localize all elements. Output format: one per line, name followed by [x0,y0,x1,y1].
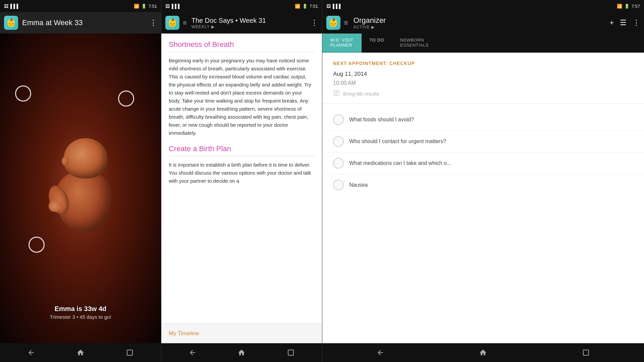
checklist-item-4[interactable]: Nausea [322,174,644,196]
timeline-link[interactable]: My Timeline [169,330,199,337]
article-body-2: It is important to establish a birth pla… [169,161,315,185]
menu-icon-2[interactable]: ≡ [183,19,187,27]
wifi-icon-3: 📶 [617,4,622,9]
fetal-head [64,138,107,178]
app-header-2: 👶 ≡ The Doc Says • Week 31 WEEKLY ▶ ⋮ [161,12,322,34]
app-header-3: 👶 ≡ Organizer ACTIVE ▶ + ☰ ⋮ [322,12,644,34]
fetal-hand [49,200,60,212]
photo-icon: 🖼 [4,4,8,9]
app-logo-1: 👶 [4,16,18,30]
back-button-3[interactable] [372,346,389,359]
time-display-1: 7:51 [149,4,157,9]
checkbox-3[interactable] [333,158,344,169]
appointment-time: 10:00 AM [333,80,633,86]
app-header-1: 👶 Emma at Week 33 ⋮ [0,12,161,34]
nav-bar-3 [322,343,644,362]
organizer-content: NEXT APPOINTMENT: CHECKUP Aug 11, 2014 1… [322,53,644,343]
article-divider-1 [169,52,315,52]
battery-icon-2: 🔋 [302,4,308,9]
weeks-display: Emma is 33w 4d [0,305,161,313]
nav-bar-1 [0,343,161,362]
svg-rect-0 [127,350,132,355]
tab-md-visit-planner[interactable]: M.D. VISITPLANNER [322,34,362,53]
hotspot-3[interactable] [29,237,45,253]
checkbox-4[interactable] [333,180,344,190]
time-display-2: 7:51 [310,4,318,9]
header-title-3: Organizer [354,16,606,25]
panel-organizer: 🖼 ▌▌▌ 📶 🔋 7:57 👶 ≡ Organizer ACTIVE ▶ + … [322,0,644,362]
add-button-3[interactable]: + [609,18,614,27]
back-button-1[interactable] [23,346,40,359]
battery-icon: 🔋 [141,4,147,9]
edit-button-3[interactable]: ☰ [620,18,627,27]
photo-icon-2: 🖼 [165,4,170,9]
checklist-section: What foods should I avoid? Who should I … [322,104,644,201]
timeline-bar[interactable]: My Timeline [161,323,322,343]
panel1-footer: Emma is 33w 4d Trimester 3 • 45 days to … [0,305,161,320]
checklist-item-3[interactable]: What medications can I take and which o.… [322,153,644,174]
back-button-2[interactable] [184,346,201,359]
chevron-icon-2: ▶ [211,24,215,29]
tab-todo[interactable]: TO DO [362,34,392,53]
signal-icon-2: ▌▌▌ [172,4,181,9]
article-title-2: Create a Birth Plan [169,144,315,153]
menu-icon-3[interactable]: ≡ [344,18,348,27]
trimester-display: Trimester 3 • 45 days to go! [0,314,161,320]
appointment-note: Bring lab results [333,89,633,98]
status-bar-2: 🖼 ▌▌▌ 📶 🔋 7:51 [161,0,322,12]
checkbox-1[interactable] [333,114,344,125]
appointment-label: NEXT APPOINTMENT: CHECKUP [333,61,633,66]
recents-button-2[interactable] [282,346,299,359]
more-menu-button-1[interactable]: ⋮ [150,18,157,27]
home-button-2[interactable] [233,346,250,359]
recents-button-3[interactable] [578,346,594,359]
checklist-item-1[interactable]: What foods should I avoid? [322,109,644,131]
header-title-2: The Doc Says • Week 31 [192,17,307,24]
checklist-text-3: What medications can I take and which o.… [349,160,633,166]
article-divider-2 [169,156,315,156]
fetal-image-panel: Emma is 33w 4d Trimester 3 • 45 days to … [0,34,161,343]
header-subtitle-2: WEEKLY ▶ [192,24,307,29]
header-subtitle-3: ACTIVE ▶ [354,25,606,29]
home-button-1[interactable] [72,346,89,359]
panel-doc-says: 🖼 ▌▌▌ 📶 🔋 7:51 👶 ≡ The Doc Says • Week 3… [161,0,322,362]
status-left-3: 🖼 ▌▌▌ [326,4,342,9]
wifi-icon: 📶 [134,4,139,9]
checklist-text-2: Who should I contact for urgent matters? [349,138,633,144]
header-actions-3: + ☰ ⋮ [609,18,640,27]
photo-icon-3: 🖼 [326,4,331,9]
note-icon [333,89,340,98]
signal-bars-icon: ▌▌▌ [10,4,20,9]
status-right-3: 📶 🔋 7:57 [617,4,640,9]
appointment-note-text: Bring lab results [343,91,379,97]
app-title-1: Emma at Week 33 [22,18,146,27]
checklist-text-4: Nausea [349,182,633,188]
hotspot-2[interactable] [118,90,134,107]
appointment-section: NEXT APPOINTMENT: CHECKUP Aug 11, 2014 1… [322,53,644,104]
fetal-illustration [37,125,124,252]
status-left-1: 🖼 ▌▌▌ [4,4,20,9]
chevron-icon-3: ▶ [371,25,375,29]
checklist-item-2[interactable]: Who should I contact for urgent matters? [322,131,644,153]
tab-newborn-essentials[interactable]: NEWBORNESSENTIALS [392,34,437,53]
home-button-3[interactable] [475,346,491,359]
app-logo-2: 👶 [165,16,179,30]
svg-rect-6 [583,350,589,355]
checkbox-2[interactable] [333,136,344,147]
appointment-date: Aug 11, 2014 [333,71,633,77]
more-button-2[interactable]: ⋮ [311,18,318,27]
svg-rect-1 [288,350,293,355]
time-display-3: 7:57 [632,4,640,9]
organizer-tabs: M.D. VISITPLANNER TO DO NEWBORNESSENTIAL… [322,34,644,53]
wifi-icon-2: 📶 [295,4,300,9]
hotspot-1[interactable] [15,85,31,102]
nav-bar-2 [161,343,322,362]
status-left-2: 🖼 ▌▌▌ [165,4,181,9]
recents-button-1[interactable] [121,346,138,359]
status-time-1: 📶 🔋 7:51 [134,4,157,9]
signal-icon-3: ▌▌▌ [333,4,342,9]
app-logo-3: 👶 [326,16,340,30]
more-button-3[interactable]: ⋮ [633,18,640,27]
fetal-ear [62,157,69,166]
checklist-text-1: What foods should I avoid? [349,117,633,123]
